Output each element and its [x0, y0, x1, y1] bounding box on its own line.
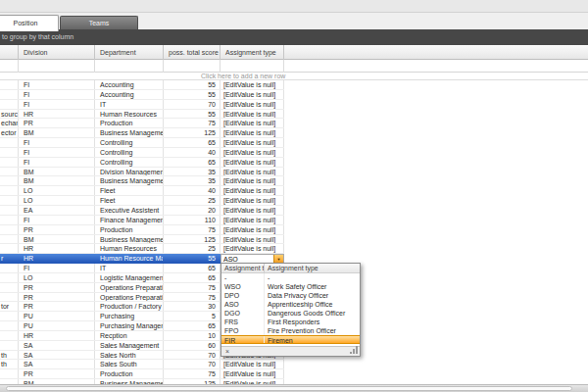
cell-position[interactable]: r [0, 254, 19, 263]
table-row[interactable]: FI IT 70 [EditValue is null] [0, 100, 284, 110]
cell-position[interactable]: sourc... [0, 110, 19, 119]
cell-department[interactable]: Accounting [95, 80, 164, 89]
cell-division[interactable]: PR [19, 369, 95, 378]
cell-score[interactable]: 70 [164, 360, 220, 368]
cell-department[interactable]: Recption [95, 331, 164, 340]
cell-position[interactable]: th [0, 360, 19, 368]
cell-department[interactable]: Production [95, 119, 164, 127]
column-header-assignment[interactable]: Assignment type [220, 45, 284, 60]
cell-division[interactable]: PR [19, 293, 95, 302]
cell-department[interactable]: Operations Preparation [95, 283, 164, 292]
table-row[interactable]: th SA Sales South 70 [EditValue is null] [0, 360, 284, 369]
cell-score[interactable]: 65 [164, 273, 220, 282]
table-row[interactable]: PR Production 75 [EditValue is null] [0, 225, 284, 235]
cell-department[interactable]: Fleet [95, 196, 164, 205]
cell-score[interactable]: 65 [164, 321, 220, 330]
table-row[interactable]: sourc... HR Human Resources 55 [EditValu… [0, 110, 284, 120]
cell-assignment[interactable]: [EditValue is null] [220, 235, 284, 244]
cell-position[interactable] [0, 158, 19, 167]
cell-assignment[interactable]: [EditValue is null] [220, 225, 284, 234]
cell-position[interactable] [0, 244, 19, 253]
cell-position[interactable] [0, 148, 19, 157]
cell-score[interactable]: 55 [164, 90, 220, 99]
cell-score[interactable]: 125 [164, 235, 220, 244]
cell-division[interactable]: BM [19, 176, 95, 185]
table-row[interactable]: BM Business Management 35 [EditValue is … [0, 176, 284, 186]
cell-division[interactable]: HR [19, 331, 95, 340]
cell-score[interactable]: 40 [164, 186, 220, 195]
cell-assignment[interactable]: [EditValue is null] [220, 138, 284, 147]
cell-score[interactable]: 60 [164, 341, 220, 350]
cell-department[interactable]: Controlling [95, 138, 164, 147]
column-header-position[interactable] [0, 45, 19, 60]
cell-position[interactable] [0, 196, 19, 205]
cell-department[interactable]: Accounting [95, 90, 164, 99]
cell-department[interactable]: Business Management [95, 235, 164, 244]
cell-score[interactable]: 75 [164, 119, 220, 127]
cell-score[interactable]: 25 [164, 244, 220, 253]
cell-department[interactable]: Fleet [95, 186, 164, 195]
cell-position[interactable] [0, 264, 19, 272]
cell-score[interactable]: 75 [164, 369, 220, 378]
cell-department[interactable]: Purchasing [95, 312, 164, 320]
cell-department[interactable]: Production [95, 225, 164, 234]
cell-assignment[interactable]: [EditValue is null] [220, 128, 284, 137]
cell-score[interactable]: 70 [164, 351, 220, 360]
column-header-department[interactable]: Department [95, 45, 164, 60]
cell-position[interactable]: tor [0, 302, 19, 311]
cell-department[interactable]: Human Resources [95, 110, 164, 119]
cell-department[interactable]: IT [95, 100, 164, 109]
cell-division[interactable]: PU [19, 321, 95, 330]
cell-division[interactable]: SA [19, 341, 95, 350]
cell-position[interactable] [0, 100, 19, 109]
dropdown-item[interactable]: FPO Fire Prevention Officer [221, 326, 360, 335]
cell-department[interactable]: Logistic Management [95, 273, 164, 282]
cell-division[interactable]: SA [19, 351, 95, 360]
cell-assignment[interactable]: [EditValue is null] [220, 369, 284, 378]
cell-position[interactable]: th [0, 351, 19, 360]
cell-assignment[interactable]: [EditValue is null] [220, 244, 284, 253]
cell-department[interactable]: Human Resources [95, 244, 164, 253]
cell-score[interactable]: 65 [164, 138, 220, 147]
cell-score[interactable]: 30 [164, 302, 220, 311]
cell-score[interactable]: 125 [164, 128, 220, 137]
filter-cell-score[interactable] [164, 60, 220, 73]
cell-division[interactable]: FI [19, 158, 95, 167]
dropdown-item[interactable]: FIR Firemen [221, 335, 360, 344]
group-by-panel[interactable]: to group by that column [0, 29, 588, 45]
cell-score[interactable]: 70 [164, 100, 220, 109]
cell-division[interactable]: FI [19, 100, 95, 109]
cell-score[interactable]: 110 [164, 216, 220, 224]
cell-assignment[interactable]: [EditValue is null] [220, 119, 284, 127]
cell-score[interactable]: 35 [164, 176, 220, 185]
cell-department[interactable]: Human Resource Man... [95, 254, 164, 263]
cell-division[interactable]: PR [19, 302, 95, 311]
dropdown-item[interactable]: DPO Data Privacy Officer [221, 291, 360, 300]
cell-department[interactable]: Business Management [95, 176, 164, 185]
table-row[interactable]: LO Fleet 40 [EditValue is null] [0, 186, 284, 196]
dropdown-item[interactable]: FRS First Responders [221, 318, 360, 326]
dropdown-header-code[interactable]: Assignment ty... [221, 264, 265, 273]
table-row[interactable]: BM Business Management 125 [EditValue is… [0, 235, 284, 245]
cell-score[interactable]: 40 [164, 148, 220, 157]
cell-department[interactable]: Business Management [95, 128, 164, 137]
cell-assignment[interactable]: [EditValue is null] [220, 90, 284, 99]
cell-department[interactable]: IT [95, 264, 164, 272]
cell-assignment[interactable]: [EditValue is null] [220, 110, 284, 119]
cell-department[interactable]: Sales South [95, 360, 164, 368]
filter-cell-assignment[interactable] [220, 60, 284, 73]
tab-position[interactable]: Position [0, 15, 59, 31]
cell-division[interactable]: BM [19, 235, 95, 244]
horizontal-scrollbar[interactable] [0, 384, 588, 392]
table-row[interactable]: FI Accounting 55 [EditValue is null] [0, 90, 284, 100]
cell-department[interactable]: Purchasing Management [95, 321, 164, 330]
cell-position[interactable] [0, 186, 19, 195]
cell-assignment[interactable]: [EditValue is null] [220, 186, 284, 195]
table-row[interactable]: PR Production 75 [EditValue is null] [0, 369, 284, 379]
cell-score[interactable]: 75 [164, 225, 220, 234]
cell-score[interactable]: 75 [164, 293, 220, 302]
add-new-row[interactable]: Click here to add a new row [0, 73, 588, 80]
table-row[interactable]: EA Executive Assistent 20 [EditValue is … [0, 206, 284, 216]
cell-division[interactable]: LO [19, 196, 95, 205]
cell-score[interactable]: 20 [164, 206, 220, 215]
